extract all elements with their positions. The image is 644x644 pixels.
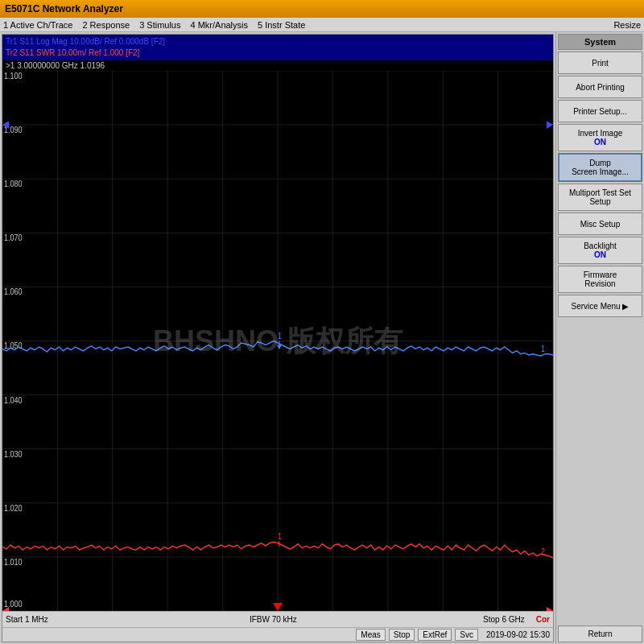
svg-text:2: 2 xyxy=(541,547,545,557)
status2-meas[interactable]: Meas xyxy=(356,629,385,641)
trace-line1: Tr1 S11 Log Mag 10.00dB/ Ref 0.000dB [F2… xyxy=(6,36,550,47)
svg-text:1.000: 1.000 xyxy=(4,599,23,609)
sidebar: System Print Abort Printing Printer Setu… xyxy=(555,32,644,644)
sidebar-btn-abort[interactable]: Abort Printing xyxy=(558,76,642,98)
status2-stop[interactable]: Stop xyxy=(389,629,415,641)
sidebar-btn-return[interactable]: Return xyxy=(558,625,642,642)
menu-mkr[interactable]: 4 Mkr/Analysis xyxy=(190,20,248,30)
svg-text:1.080: 1.080 xyxy=(4,179,23,188)
status-ifbw: IFBW 70 kHz xyxy=(93,615,454,624)
svg-text:1.030: 1.030 xyxy=(4,449,23,459)
dump-screen: Screen Image... xyxy=(572,167,629,176)
sidebar-btn-misc[interactable]: Misc Setup xyxy=(558,213,642,235)
app-title: E5071C Network Analyzer xyxy=(5,3,123,14)
status-start: Start 1 MHz xyxy=(6,615,86,624)
invert-on: ON xyxy=(594,138,606,147)
sidebar-btn-invert[interactable]: Invert Image ON xyxy=(558,124,642,151)
backlight-on: ON xyxy=(594,250,606,259)
marker-text: >1 3.00000000 GHz 1.0196 xyxy=(6,61,105,70)
menu-instr[interactable]: 5 Instr State xyxy=(258,20,305,30)
sidebar-header: System xyxy=(558,34,642,50)
svg-text:1.060: 1.060 xyxy=(4,287,23,296)
menu-response[interactable]: 2 Response xyxy=(82,20,130,30)
svg-text:1: 1 xyxy=(541,344,545,353)
svg-text:1.020: 1.020 xyxy=(4,503,23,513)
multiport-label: Multiport Test Set xyxy=(569,188,631,197)
backlight-label: Backlight xyxy=(584,242,617,250)
sidebar-btn-print[interactable]: Print xyxy=(558,52,642,74)
svg-text:1: 1 xyxy=(278,331,282,341)
title-bar: E5071C Network Analyzer xyxy=(0,0,644,18)
menu-bar: 1 Active Ch/Trace 2 Response 3 Stimulus … xyxy=(0,18,644,32)
multiport-setup: Setup xyxy=(589,197,610,206)
status-bar: Start 1 MHz IFBW 70 kHz Stop 6 GHz Cor xyxy=(2,611,553,627)
plot-container: BHSHNO 版权所有 xyxy=(2,71,553,611)
sidebar-btn-backlight[interactable]: Backlight ON xyxy=(558,237,642,264)
invert-label: Invert Image xyxy=(578,129,623,138)
sidebar-btn-dump[interactable]: Dump Screen Image... xyxy=(558,153,642,182)
menu-resize[interactable]: Resize xyxy=(613,20,641,30)
trace-line2: Tr2 S11 SWR 10.00m/ Ref 1.000 [F2] xyxy=(6,47,550,59)
plot-svg: 1.100 1.090 1.080 1.070 1.060 1.050 1.04… xyxy=(2,71,553,611)
firmware-label: Firmware xyxy=(584,270,617,279)
svg-text:1.100: 1.100 xyxy=(4,71,23,80)
trace-header: Tr1 S11 Log Mag 10.00dB/ Ref 0.000dB [F2… xyxy=(2,35,553,60)
svg-text:1.070: 1.070 xyxy=(4,233,23,242)
svg-text:1.040: 1.040 xyxy=(4,395,23,405)
menu-active-ch[interactable]: 1 Active Ch/Trace xyxy=(3,20,72,30)
status-stop: Stop 6 GHz xyxy=(460,615,525,624)
firmware-revision: Revision xyxy=(584,279,615,288)
svg-text:1: 1 xyxy=(278,531,282,541)
sidebar-btn-multiport[interactable]: Multiport Test Set Setup xyxy=(558,184,642,211)
marker-info: >1 3.00000000 GHz 1.0196 xyxy=(2,60,553,71)
chart-area: Tr1 S11 Log Mag 10.00dB/ Ref 0.000dB [F2… xyxy=(2,34,554,642)
svg-text:1.010: 1.010 xyxy=(4,557,23,567)
menu-stimulus[interactable]: 3 Stimulus xyxy=(139,20,180,30)
sidebar-btn-firmware[interactable]: Firmware Revision xyxy=(558,266,642,293)
status2-extref[interactable]: ExtRef xyxy=(418,629,452,641)
status-bar2: Meas Stop ExtRef Svc 2019-09-02 15:30 xyxy=(2,627,553,642)
status2-datetime: 2019-09-02 15:30 xyxy=(486,630,550,639)
sidebar-btn-printer-setup[interactable]: Printer Setup... xyxy=(558,100,642,122)
sidebar-btn-service[interactable]: Service Menu ▶ xyxy=(558,295,642,317)
dump-label: Dump xyxy=(589,159,611,167)
status-cor: Cor xyxy=(536,615,550,624)
status2-svc[interactable]: Svc xyxy=(455,629,478,641)
